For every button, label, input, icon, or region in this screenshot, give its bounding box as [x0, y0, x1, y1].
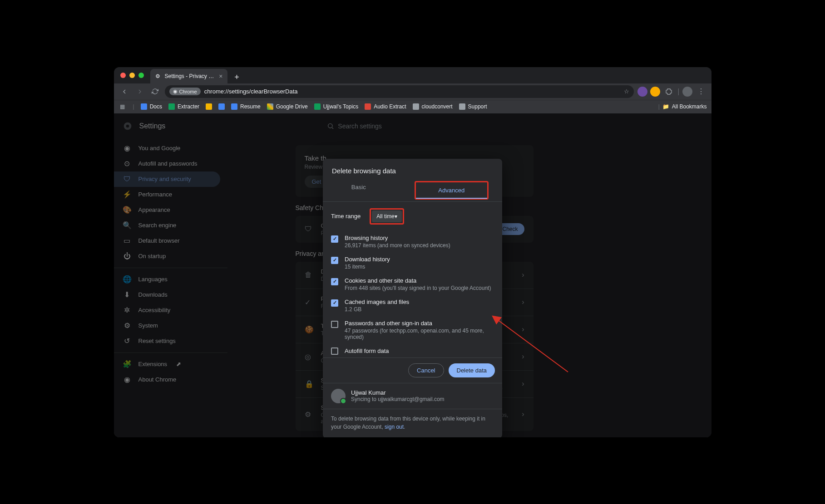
- delete-data-button[interactable]: Delete data: [449, 363, 495, 377]
- folder-icon: 📁: [662, 103, 669, 110]
- bookmark-cloud[interactable]: cloudconvert: [413, 103, 453, 110]
- bookmark-star-icon[interactable]: ☆: [624, 88, 629, 95]
- dialog-tabs: Basic Advanced: [323, 179, 502, 202]
- checkbox[interactable]: [331, 278, 338, 285]
- delete-browsing-data-dialog: Delete browsing data Basic Advanced Time…: [323, 159, 502, 437]
- opt-cookies[interactable]: Cookies and other site dataFrom 448 site…: [331, 274, 494, 295]
- bookmark-audio[interactable]: Audio Extract: [365, 103, 406, 110]
- close-window-button[interactable]: [120, 73, 126, 78]
- opt-cached-images[interactable]: Cached images and files1.2 GB: [331, 295, 494, 316]
- cancel-button[interactable]: Cancel: [408, 363, 444, 377]
- close-tab-button[interactable]: ×: [219, 73, 222, 80]
- time-range-select[interactable]: All time▾: [372, 210, 401, 222]
- opt-browsing-history[interactable]: Browsing history26,917 items (and more o…: [331, 231, 494, 252]
- checkbox[interactable]: [331, 257, 338, 264]
- tab-bar: ⚙ Settings - Privacy and security × +: [114, 67, 711, 83]
- options-list: Browsing history26,917 items (and more o…: [323, 231, 502, 355]
- chevron-down-icon: ▾: [395, 213, 397, 220]
- tab-advanced[interactable]: Advanced: [416, 182, 488, 198]
- settings-content: Settings Search settings ◉You and Google…: [114, 113, 711, 437]
- checkbox[interactable]: [331, 347, 338, 355]
- extensions-button[interactable]: [663, 86, 675, 98]
- bookmark-support[interactable]: Support: [459, 103, 487, 110]
- user-avatar: [331, 389, 346, 403]
- checkbox[interactable]: [331, 321, 338, 328]
- security-chip[interactable]: ◉Chrome: [169, 88, 201, 95]
- profile-avatar[interactable]: [682, 87, 692, 97]
- annotation-arrow: [491, 313, 573, 377]
- bookmark-extracter[interactable]: Extracter: [168, 103, 199, 110]
- menu-button[interactable]: ⋮: [695, 86, 707, 98]
- time-range-row: Time range All time▾: [323, 202, 502, 231]
- checkbox[interactable]: [331, 299, 338, 307]
- opt-download-history[interactable]: Download history15 items: [331, 252, 494, 274]
- maximize-window-button[interactable]: [138, 73, 144, 78]
- bookmark-docs[interactable]: Docs: [141, 103, 162, 110]
- browser-tab[interactable]: ⚙ Settings - Privacy and security ×: [150, 69, 227, 83]
- all-bookmarks-button[interactable]: 📁All Bookmarks: [662, 103, 707, 110]
- svg-line-3: [498, 320, 568, 372]
- reload-button[interactable]: [149, 86, 161, 98]
- time-range-label: Time range: [331, 213, 361, 220]
- sign-out-link[interactable]: sign out: [385, 424, 404, 430]
- opt-passwords[interactable]: Passwords and other sign-in data47 passw…: [331, 316, 494, 344]
- dialog-footer-text: To delete browsing data from this device…: [323, 409, 502, 437]
- gear-icon: ⚙: [155, 73, 161, 79]
- user-name: Ujjwal Kumar: [351, 389, 445, 396]
- bookmarks-bar: ▦ | Docs Extracter Resume Google Drive U…: [114, 100, 711, 113]
- url-text: chrome://settings/clearBrowserData: [204, 88, 621, 95]
- dialog-overlay: Delete browsing data Basic Advanced Time…: [114, 113, 711, 437]
- bookmark-doc[interactable]: [218, 103, 225, 110]
- back-button[interactable]: [119, 86, 130, 98]
- traffic-lights: [120, 73, 144, 78]
- forward-button[interactable]: [134, 86, 146, 98]
- bookmark-slides[interactable]: [206, 103, 212, 110]
- extension-1[interactable]: [637, 87, 647, 97]
- toolbar-right: | ⋮: [637, 86, 706, 98]
- browser-window: ⚙ Settings - Privacy and security × + ◉C…: [114, 67, 711, 437]
- toolbar: ◉Chrome chrome://settings/clearBrowserDa…: [114, 83, 711, 100]
- checkbox[interactable]: [331, 235, 338, 243]
- dialog-title: Delete browsing data: [323, 159, 502, 179]
- sync-badge-icon: [340, 398, 346, 404]
- user-row: Ujjwal KumarSyncing to ujjwalkumarcgt@gm…: [323, 383, 502, 409]
- bookmark-resume[interactable]: Resume: [231, 103, 261, 110]
- apps-grid-icon[interactable]: ▦: [119, 103, 127, 111]
- dialog-buttons: Cancel Delete data: [323, 358, 502, 383]
- new-tab-button[interactable]: +: [231, 72, 243, 83]
- extension-2[interactable]: [650, 87, 660, 97]
- tab-title: Settings - Privacy and security: [165, 73, 216, 79]
- minimize-window-button[interactable]: [129, 73, 135, 78]
- opt-autofill[interactable]: Autofill form data: [331, 344, 494, 355]
- chrome-icon: ◉: [173, 88, 178, 94]
- bookmark-drive[interactable]: Google Drive: [267, 103, 308, 110]
- url-bar[interactable]: ◉Chrome chrome://settings/clearBrowserDa…: [165, 85, 634, 98]
- user-sync-status: Syncing to ujjwalkumarcgt@gmail.com: [351, 396, 445, 402]
- bookmark-topics[interactable]: Ujjwal's Topics: [314, 103, 358, 110]
- tab-basic[interactable]: Basic: [323, 179, 395, 201]
